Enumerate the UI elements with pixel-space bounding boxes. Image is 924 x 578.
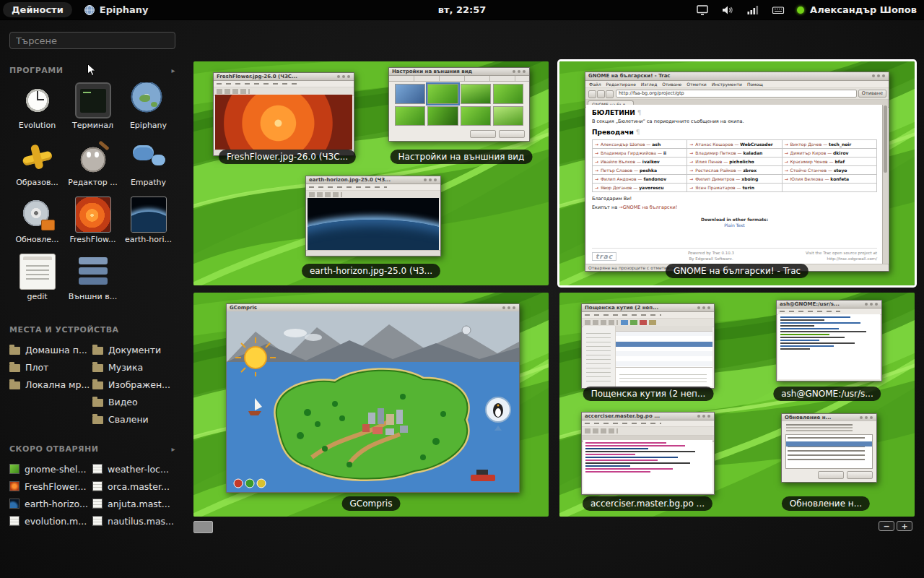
gedit-icon	[19, 254, 56, 290]
workspace-1[interactable]: FreshFlower.jpg-26.0 (ЧЗС... Настройки н…	[193, 61, 549, 285]
places-column-1: Домашна п... Плот Локална мр...	[9, 341, 92, 428]
recent-label: weather-loc...	[108, 464, 169, 475]
text-line	[780, 322, 860, 324]
translator-cell: Филип Андонов — fandonov	[593, 175, 687, 184]
evolution-icon	[19, 82, 56, 118]
place-item[interactable]: Плот	[9, 358, 92, 376]
terminal-window[interactable]: ash@GNOME:/usr/s...	[776, 300, 882, 381]
window-title: earth-horizon.jpg-25.0 (ЧЗ...	[309, 177, 391, 183]
folder-pane	[583, 326, 616, 387]
empathy-chat-icon	[131, 139, 167, 176]
translator-cell: Юлия Велкова — konfeta	[783, 175, 877, 184]
add-workspace-button[interactable]: +	[897, 521, 912, 531]
translator-nick: kaladan	[743, 150, 762, 155]
translator-nick: bfaf	[834, 159, 845, 164]
search-input[interactable]	[9, 32, 175, 49]
window-buttons-icon	[882, 74, 885, 77]
appearance-settings-window[interactable]: Настройки на външния вид	[388, 67, 530, 142]
volume-icon[interactable]	[721, 4, 734, 17]
workspace-indicator[interactable]	[193, 521, 213, 533]
text-line	[585, 451, 695, 452]
recent-item[interactable]: FreshFlower...	[9, 478, 92, 495]
app-item[interactable]: Външни в...	[65, 251, 121, 309]
programs-expander-icon[interactable]: ▸	[171, 66, 175, 74]
gcompris-window[interactable]: GCompris	[226, 303, 520, 493]
workspace-3[interactable]: GCompris	[193, 293, 549, 517]
image-viewer-window-flower[interactable]: FreshFlower.jpg-26.0 (ЧЗС...	[213, 72, 354, 156]
translator-name: Димитър Киров —	[790, 150, 832, 155]
visit-line: Visit the Trac open source project at	[806, 251, 877, 255]
window-buttons-icon	[434, 178, 437, 181]
translator-name: Владимира Гирджийова —	[601, 150, 662, 155]
workspace-2-active[interactable]: GNOME на български! - Trac ФайлРедактира…	[559, 61, 915, 285]
user-menu[interactable]: Александър Шопов	[797, 4, 917, 15]
translator-nick: tech_noir	[829, 142, 851, 147]
documents-folder-icon	[92, 347, 103, 355]
text-file-icon	[92, 516, 103, 526]
place-item[interactable]: Документи	[92, 341, 175, 358]
recent-item[interactable]: earth-horizo...	[9, 495, 92, 512]
go-button: Отиване	[858, 90, 886, 98]
app-item[interactable]: Редактор ...	[65, 137, 121, 194]
evolution-mail-window[interactable]: Пощенска кутия (2 неп...	[581, 303, 715, 389]
window-buttons-icon	[513, 306, 515, 309]
place-item[interactable]: Изображен...	[92, 376, 175, 393]
place-item[interactable]: Музика	[92, 358, 175, 376]
software-update-window[interactable]: Обновление н...	[781, 413, 877, 483]
app-grid: Evolution Терминал Epiphany Образов...	[9, 80, 175, 309]
translator-nick: picholicho	[729, 159, 754, 164]
selected-update-row	[786, 441, 872, 447]
message-list	[616, 326, 712, 366]
translator-name: Стойчо Станчев —	[790, 168, 832, 173]
app-item[interactable]: earth-hori...	[121, 194, 176, 251]
recent-title: СКОРО ОТВАРЯНИ	[9, 444, 98, 454]
gedit-window[interactable]: accerciser.master.bg.po ...	[581, 412, 715, 495]
window-titlebar: GNOME на български! - Trac	[585, 72, 889, 81]
translator-cell: Димитър Киров — dkirov	[783, 149, 877, 158]
window-titlebar: accerciser.master.bg.po ...	[582, 413, 714, 420]
keyboard-icon[interactable]	[772, 4, 785, 17]
app-item[interactable]: FreshFlow...	[65, 194, 121, 251]
recent-item[interactable]: orca.master...	[92, 478, 175, 495]
place-label: Музика	[108, 362, 143, 373]
window-menubar	[582, 312, 714, 319]
recent-item[interactable]: weather-loc...	[92, 460, 175, 478]
app-item[interactable]: Epiphany	[121, 80, 176, 137]
translator-name: Ясен Праматаров —	[695, 185, 741, 190]
clock[interactable]: вт, 22:57	[438, 0, 487, 20]
app-item[interactable]: Обновле...	[9, 194, 65, 251]
recent-item[interactable]: evolution.m...	[9, 512, 92, 530]
window-caption: GNOME на български! - Trac	[666, 264, 808, 278]
app-item[interactable]: Образов...	[9, 137, 65, 194]
translator-name: Александър Шопов —	[601, 142, 650, 147]
activities-button[interactable]: Дейности	[3, 2, 72, 17]
workspace-4[interactable]: Пощенска кутия (2 неп... ash@GNOME:/usr/…	[559, 293, 915, 517]
recent-item[interactable]: nautilus.mas...	[92, 512, 175, 530]
app-label: Редактор ...	[68, 178, 118, 187]
place-item[interactable]: Локална мр...	[9, 376, 92, 393]
recent-expander-icon[interactable]: ▸	[171, 445, 175, 453]
image-viewer-window-earth[interactable]: earth-horizon.jpg-25.0 (ЧЗ...	[305, 176, 441, 256]
recent-item[interactable]: gnome-shel...	[9, 460, 92, 478]
place-item[interactable]: Домашна п...	[9, 341, 92, 358]
place-item[interactable]: Свалени	[92, 410, 175, 428]
text-line	[780, 331, 866, 332]
app-item[interactable]: Empathy	[121, 137, 176, 194]
text-line	[780, 337, 845, 338]
app-item[interactable]: gedit	[9, 251, 65, 309]
network-signal-icon[interactable]	[746, 4, 759, 17]
address-bar: http://fsa-bg.org/project/gtp	[616, 90, 857, 98]
menu-item: Редактиране	[606, 81, 636, 87]
anchor-mark: ¶	[636, 129, 640, 136]
place-item[interactable]: Видео	[92, 393, 175, 410]
display-icon[interactable]	[696, 4, 709, 17]
window-titlebar: Пощенска кутия (2 неп...	[582, 304, 714, 312]
app-menu[interactable]: Epiphany	[84, 4, 149, 16]
app-item[interactable]: Терминал	[65, 80, 121, 137]
epiphany-browser-window[interactable]: GNOME на български! - Trac ФайлРедактира…	[585, 72, 889, 272]
window-title: Обновление н...	[785, 415, 832, 420]
remove-workspace-button[interactable]: −	[879, 521, 894, 531]
app-item[interactable]: Evolution	[9, 80, 65, 137]
powered-line: Powered by Trac 0.10.3	[688, 251, 734, 255]
recent-item[interactable]: anjuta.mast...	[92, 495, 175, 512]
